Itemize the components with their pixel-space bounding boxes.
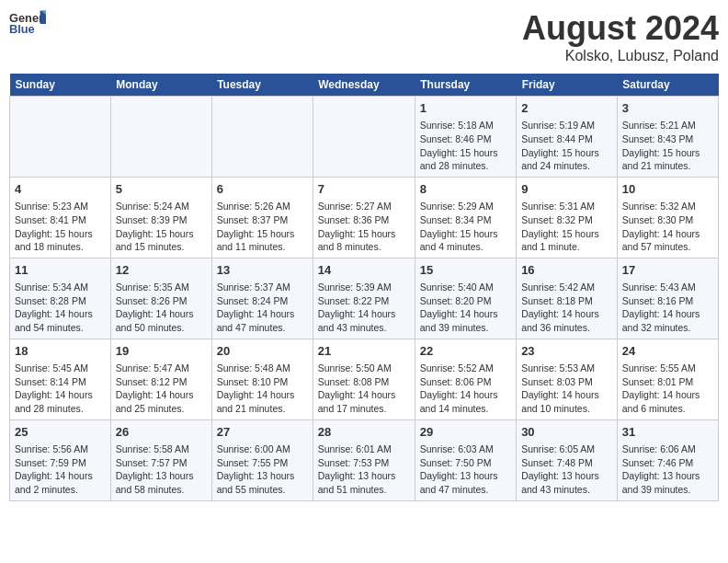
calendar-cell: 10Sunrise: 5:32 AM Sunset: 8:30 PM Dayli… bbox=[617, 177, 718, 258]
day-number: 10 bbox=[622, 181, 713, 198]
day-number: 11 bbox=[15, 262, 106, 279]
day-number: 21 bbox=[318, 343, 410, 360]
calendar-cell bbox=[110, 97, 211, 178]
calendar-cell: 22Sunrise: 5:52 AM Sunset: 8:06 PM Dayli… bbox=[415, 339, 516, 419]
day-info: Sunrise: 5:37 AM Sunset: 8:24 PM Dayligh… bbox=[217, 281, 308, 335]
day-header-sunday: Sunday bbox=[10, 74, 111, 97]
calendar-cell: 27Sunrise: 6:00 AM Sunset: 7:55 PM Dayli… bbox=[211, 419, 313, 500]
day-header-friday: Friday bbox=[517, 74, 618, 97]
day-info: Sunrise: 5:34 AM Sunset: 8:28 PM Dayligh… bbox=[15, 281, 106, 335]
day-number: 27 bbox=[217, 424, 308, 441]
day-info: Sunrise: 5:52 AM Sunset: 8:06 PM Dayligh… bbox=[420, 362, 511, 416]
calendar-table: SundayMondayTuesdayWednesdayThursdayFrid… bbox=[9, 74, 719, 501]
day-number: 26 bbox=[116, 424, 207, 441]
day-header-thursday: Thursday bbox=[415, 74, 516, 97]
calendar-cell: 16Sunrise: 5:42 AM Sunset: 8:18 PM Dayli… bbox=[517, 258, 618, 339]
day-number: 16 bbox=[521, 262, 612, 279]
day-info: Sunrise: 5:31 AM Sunset: 8:32 PM Dayligh… bbox=[521, 200, 612, 254]
page-header: General Blue August 2024 Kolsko, Lubusz,… bbox=[9, 9, 719, 64]
calendar-week-1: 1Sunrise: 5:18 AM Sunset: 8:46 PM Daylig… bbox=[10, 97, 719, 178]
calendar-cell: 28Sunrise: 6:01 AM Sunset: 7:53 PM Dayli… bbox=[313, 419, 415, 500]
day-info: Sunrise: 6:01 AM Sunset: 7:53 PM Dayligh… bbox=[318, 442, 410, 497]
day-number: 17 bbox=[622, 262, 713, 279]
calendar-cell: 29Sunrise: 6:03 AM Sunset: 7:50 PM Dayli… bbox=[415, 419, 516, 500]
calendar-cell: 11Sunrise: 5:34 AM Sunset: 8:28 PM Dayli… bbox=[10, 258, 111, 339]
calendar-cell: 18Sunrise: 5:45 AM Sunset: 8:14 PM Dayli… bbox=[10, 339, 111, 419]
day-info: Sunrise: 6:03 AM Sunset: 7:50 PM Dayligh… bbox=[420, 442, 511, 497]
title-block: August 2024 Kolsko, Lubusz, Poland bbox=[522, 9, 719, 64]
calendar-cell: 31Sunrise: 6:06 AM Sunset: 7:46 PM Dayli… bbox=[617, 419, 718, 500]
svg-text:Blue: Blue bbox=[9, 22, 35, 35]
calendar-cell: 3Sunrise: 5:21 AM Sunset: 8:43 PM Daylig… bbox=[617, 97, 718, 178]
day-number: 29 bbox=[420, 424, 511, 441]
calendar-cell bbox=[211, 97, 313, 178]
day-number: 15 bbox=[420, 262, 511, 279]
day-number: 1 bbox=[420, 100, 511, 117]
day-info: Sunrise: 5:56 AM Sunset: 7:59 PM Dayligh… bbox=[15, 442, 106, 497]
day-info: Sunrise: 5:21 AM Sunset: 8:43 PM Dayligh… bbox=[622, 119, 713, 173]
calendar-cell: 8Sunrise: 5:29 AM Sunset: 8:34 PM Daylig… bbox=[415, 177, 516, 258]
header-row: SundayMondayTuesdayWednesdayThursdayFrid… bbox=[10, 74, 719, 97]
calendar-cell: 21Sunrise: 5:50 AM Sunset: 8:08 PM Dayli… bbox=[313, 339, 415, 419]
calendar-cell: 1Sunrise: 5:18 AM Sunset: 8:46 PM Daylig… bbox=[415, 97, 516, 178]
day-number: 28 bbox=[318, 424, 410, 441]
calendar-cell: 30Sunrise: 6:05 AM Sunset: 7:48 PM Dayli… bbox=[517, 419, 618, 500]
day-number: 30 bbox=[521, 424, 612, 441]
day-number: 20 bbox=[217, 343, 308, 360]
calendar-week-2: 4Sunrise: 5:23 AM Sunset: 8:41 PM Daylig… bbox=[10, 177, 719, 258]
calendar-cell: 15Sunrise: 5:40 AM Sunset: 8:20 PM Dayli… bbox=[415, 258, 516, 339]
day-number: 14 bbox=[318, 262, 410, 279]
calendar-cell bbox=[313, 97, 415, 178]
day-number: 22 bbox=[420, 343, 511, 360]
day-header-tuesday: Tuesday bbox=[211, 74, 313, 97]
calendar-cell: 23Sunrise: 5:53 AM Sunset: 8:03 PM Dayli… bbox=[517, 339, 618, 419]
calendar-cell: 5Sunrise: 5:24 AM Sunset: 8:39 PM Daylig… bbox=[110, 177, 211, 258]
day-info: Sunrise: 5:19 AM Sunset: 8:44 PM Dayligh… bbox=[521, 119, 612, 173]
day-number: 8 bbox=[420, 181, 511, 198]
day-number: 31 bbox=[622, 424, 713, 441]
day-number: 24 bbox=[622, 343, 713, 360]
day-info: Sunrise: 5:29 AM Sunset: 8:34 PM Dayligh… bbox=[420, 200, 511, 254]
calendar-cell: 4Sunrise: 5:23 AM Sunset: 8:41 PM Daylig… bbox=[10, 177, 111, 258]
day-info: Sunrise: 6:00 AM Sunset: 7:55 PM Dayligh… bbox=[217, 442, 308, 497]
day-number: 23 bbox=[521, 343, 612, 360]
general-blue-icon: General Blue bbox=[9, 9, 46, 35]
day-header-monday: Monday bbox=[110, 74, 211, 97]
calendar-cell: 24Sunrise: 5:55 AM Sunset: 8:01 PM Dayli… bbox=[617, 339, 718, 419]
day-info: Sunrise: 5:24 AM Sunset: 8:39 PM Dayligh… bbox=[116, 200, 207, 254]
calendar-cell: 19Sunrise: 5:47 AM Sunset: 8:12 PM Dayli… bbox=[110, 339, 211, 419]
day-number: 4 bbox=[15, 181, 106, 198]
day-number: 25 bbox=[15, 424, 106, 441]
day-info: Sunrise: 5:48 AM Sunset: 8:10 PM Dayligh… bbox=[217, 362, 308, 416]
calendar-cell: 6Sunrise: 5:26 AM Sunset: 8:37 PM Daylig… bbox=[211, 177, 313, 258]
day-number: 5 bbox=[116, 181, 207, 198]
day-info: Sunrise: 5:32 AM Sunset: 8:30 PM Dayligh… bbox=[622, 200, 713, 254]
day-info: Sunrise: 6:05 AM Sunset: 7:48 PM Dayligh… bbox=[521, 442, 612, 497]
day-info: Sunrise: 5:18 AM Sunset: 8:46 PM Dayligh… bbox=[420, 119, 511, 173]
day-info: Sunrise: 5:45 AM Sunset: 8:14 PM Dayligh… bbox=[15, 362, 106, 416]
calendar-week-4: 18Sunrise: 5:45 AM Sunset: 8:14 PM Dayli… bbox=[10, 339, 719, 419]
day-info: Sunrise: 5:53 AM Sunset: 8:03 PM Dayligh… bbox=[521, 362, 612, 416]
logo: General Blue bbox=[9, 9, 46, 35]
day-number: 18 bbox=[15, 343, 106, 360]
calendar-cell bbox=[10, 97, 111, 178]
calendar-title: August 2024 bbox=[522, 9, 719, 48]
calendar-cell: 26Sunrise: 5:58 AM Sunset: 7:57 PM Dayli… bbox=[110, 419, 211, 500]
day-number: 9 bbox=[521, 181, 612, 198]
calendar-cell: 12Sunrise: 5:35 AM Sunset: 8:26 PM Dayli… bbox=[110, 258, 211, 339]
day-info: Sunrise: 5:42 AM Sunset: 8:18 PM Dayligh… bbox=[521, 281, 612, 335]
day-info: Sunrise: 5:27 AM Sunset: 8:36 PM Dayligh… bbox=[318, 200, 410, 254]
day-number: 19 bbox=[116, 343, 207, 360]
day-info: Sunrise: 6:06 AM Sunset: 7:46 PM Dayligh… bbox=[622, 442, 713, 497]
day-info: Sunrise: 5:58 AM Sunset: 7:57 PM Dayligh… bbox=[116, 442, 207, 497]
day-number: 2 bbox=[521, 100, 612, 117]
calendar-cell: 13Sunrise: 5:37 AM Sunset: 8:24 PM Dayli… bbox=[211, 258, 313, 339]
day-info: Sunrise: 5:47 AM Sunset: 8:12 PM Dayligh… bbox=[116, 362, 207, 416]
calendar-cell: 20Sunrise: 5:48 AM Sunset: 8:10 PM Dayli… bbox=[211, 339, 313, 419]
day-info: Sunrise: 5:43 AM Sunset: 8:16 PM Dayligh… bbox=[622, 281, 713, 335]
day-info: Sunrise: 5:39 AM Sunset: 8:22 PM Dayligh… bbox=[318, 281, 410, 335]
day-info: Sunrise: 5:40 AM Sunset: 8:20 PM Dayligh… bbox=[420, 281, 511, 335]
calendar-cell: 2Sunrise: 5:19 AM Sunset: 8:44 PM Daylig… bbox=[517, 97, 618, 178]
day-number: 3 bbox=[622, 100, 713, 117]
calendar-week-5: 25Sunrise: 5:56 AM Sunset: 7:59 PM Dayli… bbox=[10, 419, 719, 500]
